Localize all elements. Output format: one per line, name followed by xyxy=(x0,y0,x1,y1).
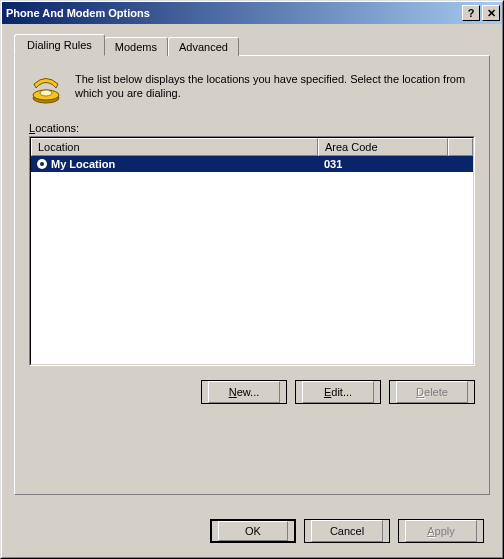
window-title: Phone And Modem Options xyxy=(6,7,150,19)
apply-rest: pply xyxy=(435,525,455,537)
tab-label: Advanced xyxy=(179,41,228,53)
delete-accel: D xyxy=(416,386,424,398)
apply-accel: A xyxy=(427,525,434,537)
cancel-button[interactable]: Cancel xyxy=(304,519,390,543)
column-header-area-code[interactable]: Area Code xyxy=(318,138,448,156)
cell-location: My Location xyxy=(31,158,318,170)
cell-area-code: 031 xyxy=(318,158,448,170)
intro-row: The list below displays the locations yo… xyxy=(29,70,475,104)
listview-header: Location Area Code xyxy=(31,138,473,156)
cancel-label: Cancel xyxy=(330,525,364,537)
svg-point-2 xyxy=(40,90,52,96)
tab-dialing-rules[interactable]: Dialing Rules xyxy=(14,34,105,56)
column-header-spacer xyxy=(448,138,473,156)
close-icon: ✕ xyxy=(487,7,496,20)
cell-location-text: My Location xyxy=(51,158,115,170)
locations-label: Locations: xyxy=(29,122,475,134)
apply-button: Apply xyxy=(398,519,484,543)
listview-inner: Location Area Code My Location 031 xyxy=(30,137,474,365)
edit-button[interactable]: Edit... xyxy=(295,380,381,404)
selected-location-icon xyxy=(37,159,47,169)
locations-listview[interactable]: Location Area Code My Location 031 xyxy=(29,136,475,366)
tab-label: Dialing Rules xyxy=(27,39,92,51)
ok-button[interactable]: OK xyxy=(210,519,296,543)
dialog-buttons: OK Cancel Apply xyxy=(210,519,484,543)
titlebar-buttons: ? ✕ xyxy=(460,5,500,21)
intro-text: The list below displays the locations yo… xyxy=(75,70,475,100)
list-buttons: New... Edit... Delete xyxy=(29,380,475,404)
new-rest: ew... xyxy=(237,386,260,398)
help-button[interactable]: ? xyxy=(462,5,480,21)
delete-button: Delete xyxy=(389,380,475,404)
tab-advanced[interactable]: Advanced xyxy=(168,37,239,56)
tab-panel-dialing-rules: The list below displays the locations yo… xyxy=(14,55,490,495)
new-button[interactable]: New... xyxy=(201,380,287,404)
tab-modems[interactable]: Modems xyxy=(104,37,168,56)
edit-rest: dit... xyxy=(331,386,352,398)
ok-label: OK xyxy=(245,525,261,537)
titlebar: Phone And Modem Options ? ✕ xyxy=(2,2,502,24)
help-icon: ? xyxy=(468,7,475,19)
close-button[interactable]: ✕ xyxy=(482,5,500,21)
column-header-location[interactable]: Location xyxy=(31,138,318,156)
locations-label-rest: ocations: xyxy=(35,122,79,134)
tab-label: Modems xyxy=(115,41,157,53)
new-accel: N xyxy=(229,386,237,398)
delete-rest: elete xyxy=(424,386,448,398)
window-inner: Phone And Modem Options ? ✕ Dialing Rule… xyxy=(1,1,503,558)
tab-strip: Dialing Rules Modems Advanced xyxy=(14,34,490,56)
dialog-body: Dialing Rules Modems Advanced xyxy=(2,24,502,557)
listview-body: My Location 031 xyxy=(31,156,473,364)
list-item[interactable]: My Location 031 xyxy=(31,156,473,172)
dialog-window: Phone And Modem Options ? ✕ Dialing Rule… xyxy=(0,0,504,559)
phone-icon xyxy=(29,70,63,104)
